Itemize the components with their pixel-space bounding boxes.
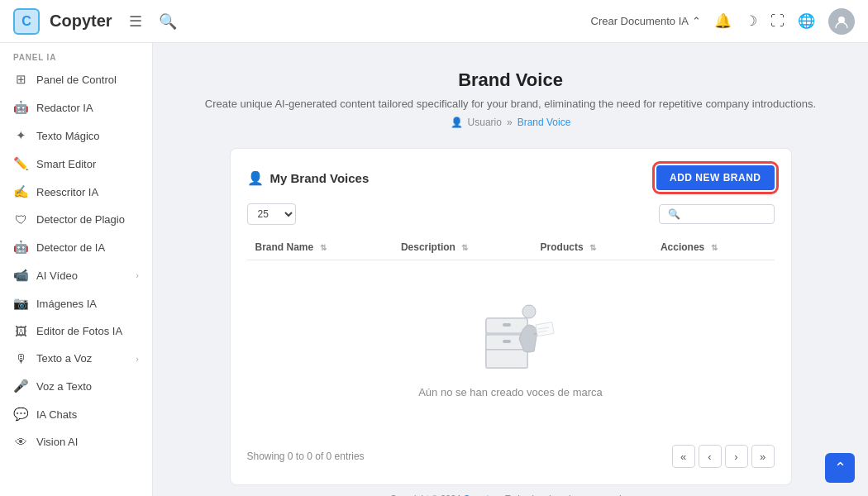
sidebar-item-imagenes-ia[interactable]: 📷 Imágenes IA — [0, 289, 152, 317]
sidebar-item-texto-magico[interactable]: ✦ Texto Mágico — [0, 122, 152, 150]
pagination-next-button[interactable]: › — [725, 445, 748, 468]
sidebar-label: Imágenes IA — [36, 298, 97, 310]
table-header: Brand Name ⇅ Description ⇅ Products ⇅ — [247, 235, 775, 260]
page-subtitle: Create unique AI-generated content tailo… — [173, 98, 848, 110]
per-page-select[interactable]: 25 50 100 — [247, 203, 296, 225]
sidebar-label: Voz a Texto — [36, 380, 92, 393]
page-footer: Copyright © 2024 Copyter . Todos los der… — [173, 485, 848, 496]
empty-text: Aún no se han creado voces de marca — [264, 386, 758, 398]
svg-rect-5 — [503, 323, 511, 327]
camera-icon: 📷 — [13, 296, 28, 311]
sidebar-label: Detector de Plagio — [36, 213, 125, 226]
menu-icon[interactable]: ☰ — [129, 12, 142, 31]
table-controls: 25 50 100 — [247, 203, 775, 225]
magic-icon: ✦ — [13, 128, 28, 143]
empty-illustration — [461, 293, 560, 376]
detector-icon: 🤖 — [13, 240, 28, 255]
photo-editor-icon: 🖼 — [13, 324, 28, 338]
search-input[interactable] — [659, 204, 775, 224]
mic2-icon: 🎤 — [13, 379, 28, 393]
sidebar-label: Detector de IA — [36, 241, 105, 254]
sidebar-item-panel-control[interactable]: ⊞ Panel de Control — [0, 65, 152, 93]
sidebar-label: Reescritor IA — [36, 186, 98, 198]
brand-voices-card: 👤 My Brand Voices ADD NEW BRAND 25 50 10… — [230, 148, 792, 485]
sidebar-item-detector-plagio[interactable]: 🛡 Detector de Plagio — [0, 206, 152, 233]
sidebar-label: Vision AI — [36, 436, 78, 448]
crear-documento-button[interactable]: Crear Documento IA ⌃ — [591, 15, 702, 27]
main-layout: PANEL IA ⊞ Panel de Control 🤖 Redactor I… — [0, 43, 868, 496]
mic-icon: 🎙 — [13, 351, 28, 365]
pagination-first-button[interactable]: « — [672, 445, 695, 468]
sidebar-item-detector-ia[interactable]: 🤖 Detector de IA — [0, 233, 152, 261]
pagination-last-button[interactable]: » — [751, 445, 775, 468]
sidebar-label: AI Vídeo — [36, 269, 78, 282]
card-title: 👤 My Brand Voices — [247, 170, 370, 186]
scroll-to-top-button[interactable]: ⌃ — [825, 453, 855, 483]
sidebar-item-ai-video[interactable]: 📹 AI Vídeo › — [0, 261, 152, 289]
video-icon: 📹 — [13, 268, 28, 283]
brand-voices-table: Brand Name ⇅ Description ⇅ Products ⇅ — [247, 235, 775, 432]
chevron-right-icon: › — [136, 270, 139, 280]
app-header: C Copyter ☰ 🔍 Crear Documento IA ⌃ 🔔 ☽ ⛶… — [0, 0, 868, 43]
svg-rect-6 — [503, 340, 511, 343]
sidebar-label: Smart Editor — [36, 158, 96, 170]
table-footer: Showing 0 to 0 of 0 entries « ‹ › » — [247, 445, 775, 468]
breadcrumb-parent: Usuario — [468, 117, 502, 128]
sidebar-label: IA Chats — [36, 408, 77, 421]
col-description[interactable]: Description ⇅ — [393, 235, 532, 260]
chevron-right-icon: › — [136, 354, 139, 364]
sidebar-item-reescritor-ia[interactable]: ✍ Reescritor IA — [0, 178, 152, 206]
avatar[interactable] — [828, 8, 855, 35]
main-content: Brand Voice Create unique AI-generated c… — [153, 43, 868, 496]
sidebar-item-redactor-ia[interactable]: 🤖 Redactor IA — [0, 93, 152, 122]
grid-icon: ⊞ — [13, 72, 28, 87]
logo-text: Copyter — [50, 12, 112, 31]
sort-icon: ⇅ — [589, 243, 596, 252]
table-body: Aún no se han creado voces de marca — [247, 260, 775, 432]
chat-icon: 💬 — [13, 407, 28, 422]
empty-state: Aún no se han creado voces de marca — [247, 260, 775, 432]
globe-icon[interactable]: 🌐 — [798, 12, 815, 30]
breadcrumb: 👤 Usuario » Brand Voice — [173, 117, 848, 128]
header-left: C Copyter ☰ 🔍 — [13, 8, 177, 35]
entries-text: Showing 0 to 0 of 0 entries — [247, 451, 365, 462]
logo-icon: C — [13, 8, 40, 35]
breadcrumb-user-icon: 👤 — [451, 117, 463, 128]
robot-icon: 🤖 — [13, 100, 28, 115]
notification-icon[interactable]: 🔔 — [714, 12, 732, 30]
header-right: Crear Documento IA ⌃ 🔔 ☽ ⛶ 🌐 — [591, 8, 856, 35]
search-icon[interactable]: 🔍 — [159, 12, 177, 31]
sidebar: PANEL IA ⊞ Panel de Control 🤖 Redactor I… — [0, 43, 153, 496]
sidebar-item-texto-a-voz[interactable]: 🎙 Texto a Voz › — [0, 345, 152, 372]
breadcrumb-current[interactable]: Brand Voice — [517, 117, 571, 128]
shield-icon: 🛡 — [13, 212, 28, 227]
sidebar-item-ia-chats[interactable]: 💬 IA Chats — [0, 400, 152, 428]
sidebar-label: Panel de Control — [36, 74, 117, 86]
col-brand-name[interactable]: Brand Name ⇅ — [247, 235, 393, 260]
rewrite-icon: ✍ — [13, 184, 28, 199]
sidebar-section-label: PANEL IA — [0, 43, 152, 65]
col-products[interactable]: Products ⇅ — [532, 235, 652, 260]
moon-icon[interactable]: ☽ — [745, 12, 757, 30]
brand-voice-icon: 👤 — [247, 170, 264, 186]
add-new-brand-button[interactable]: ADD NEW BRAND — [656, 165, 775, 190]
page-title: Brand Voice — [173, 69, 848, 91]
sort-icon: ⇅ — [461, 243, 468, 252]
expand-icon[interactable]: ⛶ — [770, 13, 785, 30]
sidebar-item-editor-fotos[interactable]: 🖼 Editor de Fotos IA — [0, 317, 152, 345]
sidebar-item-smart-editor[interactable]: ✏️ Smart Editor — [0, 150, 152, 178]
sort-icon: ⇅ — [711, 243, 718, 252]
sidebar-label: Texto a Voz — [36, 352, 92, 365]
edit-icon: ✏️ — [13, 156, 28, 171]
svg-rect-4 — [486, 350, 527, 368]
pagination-prev-button[interactable]: ‹ — [699, 445, 722, 468]
sidebar-item-vision-ai[interactable]: 👁 Vision AI — [0, 428, 152, 455]
svg-point-7 — [522, 305, 536, 318]
col-acciones[interactable]: Acciones ⇅ — [652, 235, 775, 260]
sidebar-label: Texto Mágico — [36, 130, 100, 142]
sidebar-item-voz-a-texto[interactable]: 🎤 Voz a Texto — [0, 372, 152, 400]
breadcrumb-separator: » — [507, 117, 513, 128]
pagination: « ‹ › » — [672, 445, 775, 468]
sort-icon: ⇅ — [320, 243, 327, 252]
eye-icon: 👁 — [13, 435, 28, 449]
